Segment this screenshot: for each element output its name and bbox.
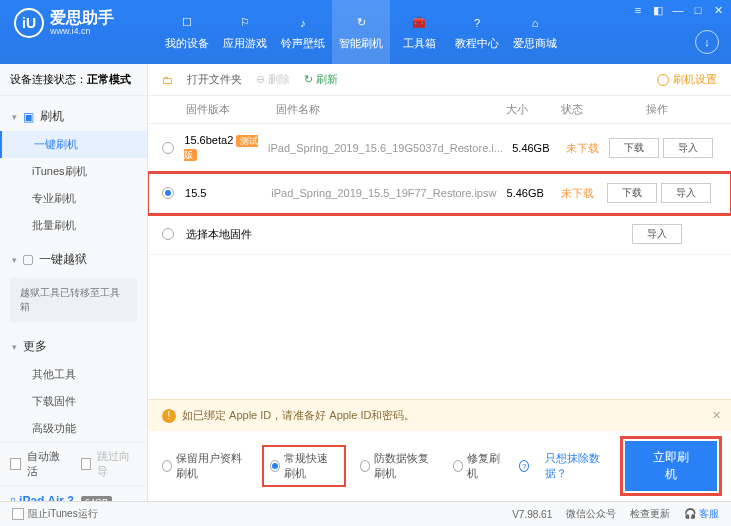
flash-settings-button[interactable]: 刷机设置 (657, 72, 717, 87)
version-label: V7.98.61 (512, 509, 552, 520)
fw-size: 5.46GB (503, 142, 559, 154)
label: 刷机设置 (673, 72, 717, 87)
auto-activate-checkbox[interactable] (10, 458, 21, 470)
group-label: 刷机 (40, 108, 64, 125)
radio[interactable] (270, 460, 280, 472)
block-itunes-checkbox[interactable] (12, 508, 24, 520)
firmware-row[interactable]: 15.6beta2测试版 iPad_Spring_2019_15.6_19G50… (148, 124, 731, 173)
sidebar-item-oneclick[interactable]: 一键刷机 (0, 131, 147, 158)
bell-icon: ♪ (294, 14, 312, 32)
fw-filename: iPad_Spring_2019_15.5_19F77_Restore.ipsw (271, 187, 496, 199)
row-radio[interactable] (162, 187, 174, 199)
connection-status: 设备连接状态：正常模式 (0, 64, 147, 96)
warning-icon: ! (162, 409, 176, 423)
open-folder-button[interactable]: 打开文件夹 (187, 72, 242, 87)
toolbar: 🗀 打开文件夹 ⊖ 删除 ↻ 刷新 刷机设置 (148, 64, 731, 96)
main-panel: 🗀 打开文件夹 ⊖ 删除 ↻ 刷新 刷机设置 固件版本 固件名称 大小 状态 操… (148, 64, 731, 501)
jailbreak-note: 越狱工具已转移至工具箱 (10, 278, 137, 322)
sidebar-item-pro[interactable]: 专业刷机 (0, 185, 147, 212)
nav-my-device[interactable]: ☐我的设备 (158, 0, 216, 64)
gear-icon (657, 74, 669, 86)
wechat-link[interactable]: 微信公众号 (566, 507, 616, 521)
opt-keep-data[interactable]: 保留用户资料刷机 (162, 451, 248, 481)
row-radio[interactable] (162, 228, 174, 240)
sidebar-group-jailbreak[interactable]: ▾一键越狱 (0, 245, 147, 274)
chevron-down-icon: ▾ (12, 112, 17, 122)
skip-guide-checkbox[interactable] (81, 458, 92, 470)
nav-store[interactable]: ⌂爱思商城 (506, 0, 564, 64)
block-itunes-label: 阻止iTunes运行 (28, 507, 98, 521)
col-name: 固件名称 (276, 102, 487, 117)
checkbox-label: 自动激活 (27, 449, 67, 479)
support-icon[interactable]: 🎧 客服 (684, 507, 719, 521)
download-button[interactable]: 下载 (609, 138, 659, 158)
erase-only-link[interactable]: 只想抹除数据？ (545, 451, 609, 481)
chevron-down-icon: ▾ (12, 342, 17, 352)
fw-version: 15.6beta2 (184, 134, 233, 146)
chevron-down-icon: ▾ (12, 255, 17, 265)
top-nav: ☐我的设备 ⚐应用游戏 ♪铃声壁纸 ↻智能刷机 🧰工具箱 ?教程中心 ⌂爱思商城 (158, 0, 564, 64)
radio[interactable] (162, 460, 172, 472)
col-status: 状态 (547, 102, 597, 117)
col-version: 固件版本 (186, 102, 276, 117)
appleid-warning: ! 如已绑定 Apple ID，请准备好 Apple ID和密码。 ✕ (148, 399, 731, 431)
info-icon[interactable]: ? (519, 460, 529, 472)
device-panel[interactable]: ▯ iPad Air 3 64GB iPad (0, 485, 147, 501)
nav-label: 教程中心 (455, 36, 499, 51)
import-button[interactable]: 导入 (632, 224, 682, 244)
sidebar-item-advanced[interactable]: 高级功能 (0, 415, 147, 442)
import-button[interactable]: 导入 (663, 138, 713, 158)
sidebar-item-other[interactable]: 其他工具 (0, 361, 147, 388)
radio[interactable] (360, 460, 370, 472)
skin-icon[interactable]: ◧ (651, 3, 665, 17)
col-size: 大小 (487, 102, 547, 117)
select-local-label: 选择本地固件 (186, 227, 597, 242)
radio[interactable] (453, 460, 463, 472)
folder-icon: 🗀 (162, 74, 173, 86)
minimize-icon[interactable]: — (671, 3, 685, 17)
import-button[interactable]: 导入 (661, 183, 711, 203)
close-icon[interactable]: ✕ (712, 409, 721, 422)
fw-status: 未下载 (559, 141, 606, 156)
brand-url: www.i4.cn (50, 26, 114, 36)
nav-toolbox[interactable]: 🧰工具箱 (390, 0, 448, 64)
nav-apps[interactable]: ⚐应用游戏 (216, 0, 274, 64)
label: 防数据恢复刷机 (374, 451, 437, 481)
maximize-icon[interactable]: □ (691, 3, 705, 17)
opt-regular[interactable]: 常规快速刷机 (264, 447, 344, 485)
label: 修复刷机 (467, 451, 503, 481)
label: 常规快速刷机 (284, 451, 338, 481)
download-button[interactable]: 下载 (607, 183, 657, 203)
fw-size: 5.46GB (496, 187, 554, 199)
firmware-row-selected[interactable]: 15.5 iPad_Spring_2019_15.5_19F77_Restore… (148, 173, 731, 214)
refresh-button[interactable]: ↻ 刷新 (304, 72, 338, 87)
nav-label: 智能刷机 (339, 36, 383, 51)
phone-icon: ☐ (178, 14, 196, 32)
row-radio[interactable] (162, 142, 174, 154)
sidebar-group-flash[interactable]: ▾▣刷机 (0, 102, 147, 131)
nav-label: 我的设备 (165, 36, 209, 51)
menu-icon[interactable]: ≡ (631, 3, 645, 17)
opt-repair[interactable]: 修复刷机 (453, 451, 503, 481)
sidebar-item-download-fw[interactable]: 下载固件 (0, 388, 147, 415)
sidebar-group-more[interactable]: ▾更多 (0, 332, 147, 361)
nav-tutorials[interactable]: ?教程中心 (448, 0, 506, 64)
support-label: 客服 (699, 508, 719, 519)
flash-now-button[interactable]: 立即刷机 (625, 441, 717, 491)
sidebar-item-itunes[interactable]: iTunes刷机 (0, 158, 147, 185)
nav-flash[interactable]: ↻智能刷机 (332, 0, 390, 64)
app-icon: ⚐ (236, 14, 254, 32)
opt-recovery[interactable]: 防数据恢复刷机 (360, 451, 437, 481)
close-icon[interactable]: ✕ (711, 3, 725, 17)
nav-label: 铃声壁纸 (281, 36, 325, 51)
sidebar-item-batch[interactable]: 批量刷机 (0, 212, 147, 239)
fw-status: 未下载 (554, 186, 602, 201)
select-local-row[interactable]: 选择本地固件 导入 (148, 214, 731, 255)
col-ops: 操作 (597, 102, 717, 117)
status-label: 设备连接状态： (10, 73, 87, 85)
nav-ringtones[interactable]: ♪铃声壁纸 (274, 0, 332, 64)
logo-icon: iU (14, 8, 44, 38)
check-update-link[interactable]: 检查更新 (630, 507, 670, 521)
delete-button[interactable]: ⊖ 删除 (256, 72, 290, 87)
download-manager-icon[interactable]: ↓ (695, 30, 719, 54)
